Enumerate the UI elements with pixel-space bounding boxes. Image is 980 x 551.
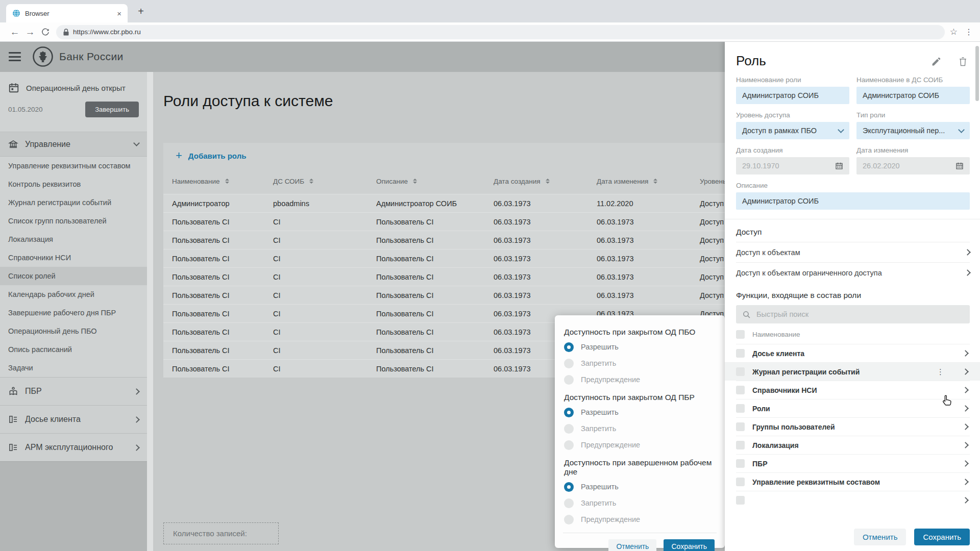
sidebar-item-kontrol-rekvizitov[interactable]: Контроль реквизитов	[0, 175, 147, 193]
sidebar-scrollbar[interactable]	[147, 72, 153, 551]
radio-option-warning[interactable]: Предупреждение	[563, 437, 717, 453]
radio-unselected-icon[interactable]	[564, 440, 574, 450]
radio-option-deny[interactable]: Запретить	[563, 420, 717, 437]
sidebar-item-upravlenie-rekvizitnym[interactable]: Управление реквизитным составом	[0, 157, 147, 175]
finish-day-button[interactable]: Завершить	[85, 102, 139, 117]
role-panel: Роль Наименование роли Администратор СОИ…	[725, 41, 980, 551]
sidebar-item-kalendar[interactable]: Календарь рабочих дней	[0, 285, 147, 304]
access-to-restricted-objects-row[interactable]: Доступ к объектам ограниченного доступа	[736, 262, 970, 283]
role-type-select[interactable]: Эксплутационный пер...	[856, 122, 970, 139]
role-name-input[interactable]: Администратор СОИБ	[736, 87, 849, 104]
checkbox[interactable]	[736, 367, 745, 376]
sort-icon[interactable]	[413, 179, 417, 184]
radio-unselected-icon[interactable]	[564, 498, 574, 508]
bookmark-star-icon[interactable]: ☆	[950, 27, 958, 37]
checkbox[interactable]	[736, 422, 745, 431]
panel-cancel-button[interactable]: Отменить	[854, 529, 906, 545]
function-row-event-log[interactable]: Журнал регистрации событий ⋮	[725, 362, 980, 381]
sidebar-item-spravochniki-nsi[interactable]: Справочники НСИ	[0, 248, 147, 267]
checkbox[interactable]	[736, 441, 745, 449]
radio-selected-icon[interactable]	[564, 482, 574, 492]
radio-option-allow[interactable]: Разрешить	[563, 339, 717, 355]
panel-save-button[interactable]: Сохранить	[914, 529, 970, 545]
col-header-ds-soib[interactable]: ДС СОИБ	[273, 178, 304, 185]
radio-unselected-icon[interactable]	[564, 375, 574, 385]
sidebar-section-client-dossier[interactable]: Досье клиента	[0, 405, 147, 433]
sidebar-item-zadachi[interactable]: Задачи	[0, 359, 147, 377]
hamburger-menu-icon[interactable]	[9, 52, 21, 61]
sidebar-item-spisok-rolej[interactable]: Список ролей	[0, 267, 147, 285]
new-tab-button[interactable]: +	[135, 5, 147, 17]
reload-icon[interactable]	[38, 28, 53, 37]
edit-pencil-icon[interactable]	[931, 56, 942, 67]
quick-search-input[interactable]	[756, 310, 964, 318]
sort-icon[interactable]	[546, 179, 550, 184]
radio-option-allow[interactable]: Разрешить	[563, 404, 717, 420]
field-label: Наименование в ДС СОИБ	[856, 76, 970, 84]
function-row-localization[interactable]: Локализация	[736, 436, 970, 454]
panel-scrollbar[interactable]	[975, 46, 979, 101]
back-icon[interactable]: ←	[7, 27, 22, 38]
col-header-name[interactable]: Наименование	[172, 178, 220, 185]
browser-menu-icon[interactable]: ⋮	[965, 27, 973, 37]
function-row-user-groups[interactable]: Группы пользователей	[736, 417, 970, 436]
radio-unselected-icon[interactable]	[564, 359, 574, 368]
sidebar-item-zhurnal-registracii[interactable]: Журнал регистрации событий	[0, 193, 147, 212]
access-level-select[interactable]: Доступ в рамках ПБО	[736, 122, 849, 139]
checkbox[interactable]	[736, 459, 745, 468]
sort-icon[interactable]	[309, 179, 313, 184]
function-row-dossier[interactable]: Досье клиента	[736, 344, 970, 362]
calendar-icon	[8, 82, 19, 93]
radio-option-deny[interactable]: Запретить	[563, 495, 717, 511]
sidebar-section-pbr[interactable]: ПБР	[0, 377, 147, 405]
browser-tabstrip: Browser × +	[0, 0, 980, 22]
checkbox[interactable]	[736, 404, 745, 413]
sort-icon[interactable]	[653, 179, 657, 184]
sidebar-item-operacionnyj-den-pbo[interactable]: Операционный день ПБО	[0, 322, 147, 340]
sidebar-item-zavershenie-pbr[interactable]: Завершение рабочего дня ПБР	[0, 304, 147, 322]
add-role-label: Добавить роль	[188, 152, 247, 160]
sidebar-item-lokalizaciya[interactable]: Локализация	[0, 230, 147, 248]
quick-search-box[interactable]	[736, 305, 970, 323]
radio-unselected-icon[interactable]	[564, 424, 574, 434]
delete-trash-icon[interactable]	[958, 56, 968, 67]
checkbox[interactable]	[736, 386, 745, 394]
function-row-requisites[interactable]: Управление реквизитным составом	[736, 472, 970, 491]
radio-selected-icon[interactable]	[564, 342, 574, 352]
sidebar-section-label: Досье клиента	[25, 415, 134, 424]
dialog-cancel-button[interactable]: Отменить	[608, 539, 656, 551]
sort-icon[interactable]	[225, 179, 229, 184]
forward-icon[interactable]: →	[22, 27, 38, 38]
ds-soib-name-input[interactable]: Администратор СОИБ	[856, 87, 970, 104]
function-row-roles[interactable]: Роли	[736, 399, 970, 417]
radio-unselected-icon[interactable]	[564, 515, 574, 524]
radio-option-warning[interactable]: Предупреждение	[563, 371, 717, 388]
checkbox[interactable]	[736, 496, 745, 505]
radio-option-warning[interactable]: Предупреждение	[563, 511, 717, 528]
function-row-nsi[interactable]: Справочники НСИ	[736, 381, 970, 399]
sidebar-item-opis-raspisanij[interactable]: Опись расписаний	[0, 340, 147, 359]
function-row-pbr[interactable]: ПБР	[736, 454, 970, 472]
col-header-modified[interactable]: Дата изменения	[597, 178, 648, 185]
dialog-save-button[interactable]: Сохранить	[664, 539, 715, 551]
col-header-created[interactable]: Дата создания	[494, 178, 541, 185]
checkbox[interactable]	[736, 478, 745, 486]
row-menu-icon[interactable]: ⋮	[937, 367, 944, 377]
radio-selected-icon[interactable]	[564, 408, 574, 417]
sidebar-item-spisok-grupp[interactable]: Список групп пользователей	[0, 212, 147, 230]
dialog-group-title: Доступность при завершенном рабочем дне	[564, 458, 717, 477]
description-input[interactable]: Администратор СОИБ	[736, 192, 970, 210]
radio-option-deny[interactable]: Запретить	[563, 355, 717, 371]
sidebar-section-arm[interactable]: АРМ эксплутационного	[0, 433, 147, 461]
access-to-objects-row[interactable]: Доступ к объектам	[736, 242, 970, 262]
tab-close-icon[interactable]: ×	[117, 9, 121, 18]
select-all-checkbox[interactable]	[736, 330, 745, 339]
function-row-partial[interactable]	[736, 491, 970, 509]
sidebar-section-management[interactable]: Управление	[0, 132, 147, 157]
col-header-description[interactable]: Описание	[376, 178, 408, 185]
col-header-level[interactable]: Уровень	[700, 178, 726, 185]
checkbox[interactable]	[736, 349, 745, 358]
radio-option-allow[interactable]: Разрешить	[563, 479, 717, 495]
url-bar[interactable]: https://www.cbr.pbo.ru	[56, 25, 945, 39]
browser-tab[interactable]: Browser ×	[6, 4, 128, 22]
